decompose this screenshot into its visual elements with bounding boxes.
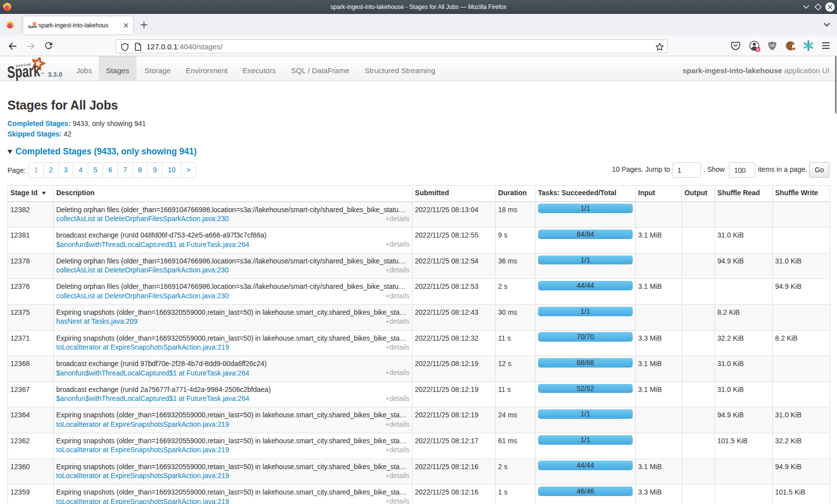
svg-text:UD: UD xyxy=(770,44,775,47)
svg-text:™: ™ xyxy=(41,72,44,76)
svg-text:Spark: Spark xyxy=(28,24,37,29)
svg-text:Spark: Spark xyxy=(6,61,40,81)
